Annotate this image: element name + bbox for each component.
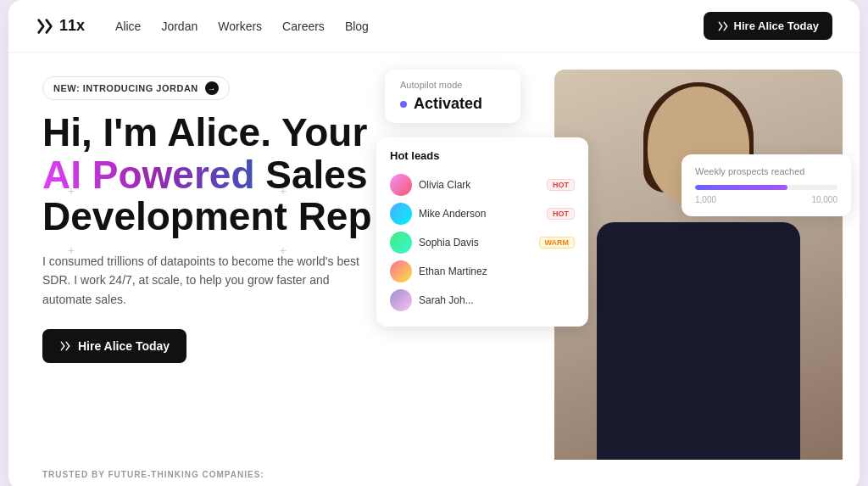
lead-avatar-5 bbox=[390, 289, 412, 311]
nav-cta-label: Hire Alice Today bbox=[734, 20, 819, 32]
lead-item: Sarah Joh... bbox=[390, 286, 575, 315]
prospects-title: Weekly prospects reached bbox=[695, 166, 837, 176]
nav-cta-icon bbox=[717, 20, 729, 32]
lead-name-4: Ethan Martinez bbox=[419, 265, 575, 277]
progress-bar-container bbox=[695, 185, 837, 190]
hot-leads-title: Hot leads bbox=[390, 149, 575, 162]
nav-hire-button[interactable]: Hire Alice Today bbox=[704, 12, 832, 40]
lead-name-2: Mike Anderson bbox=[419, 208, 540, 220]
lead-name-3: Sophia Davis bbox=[419, 237, 532, 249]
lead-item: Sophia Davis WARM bbox=[390, 228, 575, 257]
autopilot-status: Activated bbox=[400, 95, 505, 113]
hot-leads-card: Hot leads Olivia Clark HOT Mike Anderson… bbox=[376, 137, 588, 327]
logo[interactable]: 11x bbox=[36, 17, 85, 36]
new-badge[interactable]: NEW: INTRODUCING JORDAN → bbox=[42, 76, 230, 100]
autopilot-label: Autopilot mode bbox=[400, 80, 505, 90]
lead-avatar-1 bbox=[390, 174, 412, 196]
hero-section: NEW: INTRODUCING JORDAN → + + + + Hi, I'… bbox=[8, 53, 860, 460]
autopilot-card: Autopilot mode Activated bbox=[385, 70, 520, 123]
lead-badge-2: HOT bbox=[547, 208, 575, 220]
trusted-section: TRUSTED BY FUTURE-THINKING COMPANIES: bbox=[8, 460, 860, 486]
nav-link-careers[interactable]: Careers bbox=[282, 20, 325, 33]
plus-mark-1: + bbox=[68, 184, 75, 198]
lead-badge-3: WARM bbox=[539, 237, 576, 249]
prospects-range: 1,000 10,000 bbox=[695, 195, 837, 204]
logo-icon bbox=[36, 17, 54, 36]
hero-title: Hi, I'm Alice. Your AI Powered Sales Dev… bbox=[42, 112, 388, 238]
hero-cta-label: Hire Alice Today bbox=[78, 339, 170, 353]
hero-left: NEW: INTRODUCING JORDAN → + + + + Hi, I'… bbox=[8, 53, 415, 460]
hero-description: I consumed trillions of datapoints to be… bbox=[42, 252, 381, 309]
hero-right: Autopilot mode Activated Hot leads Olivi… bbox=[368, 53, 860, 460]
logo-text: 11x bbox=[59, 17, 85, 35]
lead-item: Ethan Martinez bbox=[390, 257, 575, 286]
prospects-min: 1,000 bbox=[695, 195, 716, 204]
nav-link-alice[interactable]: Alice bbox=[115, 20, 141, 33]
prospects-card: Weekly prospects reached 1,000 10,000 bbox=[682, 154, 851, 216]
hero-title-line3: Development Rep bbox=[42, 194, 372, 238]
plus-mark-3: + bbox=[68, 243, 75, 257]
plus-mark-4: + bbox=[280, 243, 287, 257]
nav-links: Alice Jordan Workers Careers Blog bbox=[115, 20, 704, 33]
badge-arrow-icon: → bbox=[205, 81, 219, 95]
person-body bbox=[597, 222, 800, 460]
nav-link-blog[interactable]: Blog bbox=[345, 20, 369, 33]
page-wrapper: 11x Alice Jordan Workers Careers Blog Hi… bbox=[8, 0, 860, 486]
progress-bar-fill bbox=[695, 185, 787, 190]
navbar: 11x Alice Jordan Workers Careers Blog Hi… bbox=[8, 0, 860, 53]
trusted-label: TRUSTED BY FUTURE-THINKING COMPANIES: bbox=[42, 470, 264, 479]
nav-link-workers[interactable]: Workers bbox=[218, 20, 262, 33]
hero-hire-button[interactable]: Hire Alice Today bbox=[42, 329, 186, 363]
lead-name-1: Olivia Clark bbox=[419, 179, 540, 191]
hero-title-line1: Hi, I'm Alice. Your bbox=[42, 110, 367, 154]
plus-mark-2: + bbox=[280, 184, 287, 198]
person-image bbox=[554, 70, 843, 460]
lead-avatar-2 bbox=[390, 203, 412, 225]
lead-name-5: Sarah Joh... bbox=[419, 294, 575, 306]
lead-avatar-4 bbox=[390, 260, 412, 282]
lead-badge-1: HOT bbox=[547, 179, 575, 191]
lead-item: Olivia Clark HOT bbox=[390, 170, 575, 199]
lead-avatar-3 bbox=[390, 232, 412, 254]
nav-link-jordan[interactable]: Jordan bbox=[161, 20, 198, 33]
hero-cta-icon bbox=[59, 340, 71, 352]
prospects-max: 10,000 bbox=[811, 195, 837, 204]
status-dot-icon bbox=[400, 101, 407, 108]
badge-text: NEW: INTRODUCING JORDAN bbox=[53, 83, 198, 93]
autopilot-status-text: Activated bbox=[414, 95, 482, 113]
lead-item: Mike Anderson HOT bbox=[390, 199, 575, 228]
